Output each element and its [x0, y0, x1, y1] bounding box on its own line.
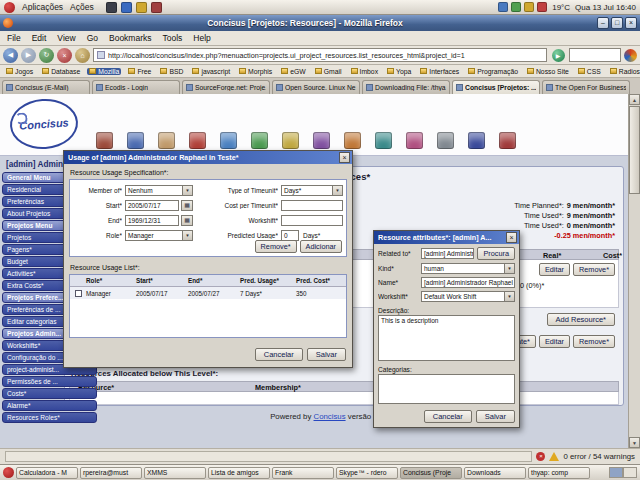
clock-applet[interactable]: Qua 13 Jul 16:40	[575, 3, 636, 12]
browser-tab[interactable]: Open Source. Linux Ne...	[272, 80, 360, 94]
taskbar-item[interactable]: Downloads	[464, 467, 526, 479]
admin-icon[interactable]	[468, 132, 485, 149]
url-bar[interactable]: http://localhost/concisus/index.php?menu…	[93, 48, 547, 62]
polls-icon[interactable]	[437, 132, 454, 149]
logout-icon[interactable]	[499, 132, 516, 149]
search-button[interactable]: Procura	[477, 247, 515, 260]
taskbar-item[interactable]: XMMS	[144, 467, 206, 479]
taskbar-item[interactable]: Lista de amigos	[208, 467, 270, 479]
temperature-applet[interactable]: 19°C	[552, 3, 570, 12]
bookmark-item[interactable]: Mozilla	[87, 68, 121, 75]
files-icon[interactable]	[282, 132, 299, 149]
calendar-icon[interactable]	[158, 132, 175, 149]
taskbar-item[interactable]: Frank	[272, 467, 334, 479]
bookmark-item[interactable]: Yopa	[385, 68, 413, 75]
save-button[interactable]: Salvar	[476, 410, 515, 423]
cancel-button[interactable]: Cancelar	[424, 410, 472, 423]
kind-select[interactable]: human	[421, 263, 515, 274]
minimize-icon[interactable]: –	[597, 17, 609, 29]
news-icon[interactable]	[375, 132, 392, 149]
infolog-icon[interactable]	[220, 132, 237, 149]
column-header[interactable]: Role*	[86, 277, 136, 284]
taskbar-item[interactable]: rpereira@must	[80, 467, 142, 479]
workshift-select[interactable]: Default Work Shift	[421, 291, 515, 302]
bookmark-item[interactable]: Imbox	[349, 68, 381, 75]
brand-icon[interactable]	[624, 49, 637, 62]
menu-item[interactable]: Tools	[163, 33, 183, 43]
concisus-link[interactable]: Concisus	[314, 412, 346, 421]
bookmark-item[interactable]: Interfaces	[418, 68, 461, 75]
taskbar-menu-icon[interactable]	[3, 467, 14, 478]
applications-menu[interactable]: Aplicações	[22, 2, 63, 12]
scrollbar-thumb[interactable]	[629, 106, 640, 194]
bookmark-item[interactable]: Nosso Site	[525, 68, 571, 75]
end-date-input[interactable]: 1969/12/31	[125, 215, 179, 226]
timeunit-select[interactable]: Days*	[281, 185, 343, 196]
sidebar-item[interactable]: Costs*	[2, 388, 97, 399]
browser-tab[interactable]: Downloading File: /thya...	[362, 80, 450, 94]
bookmarks-icon[interactable]	[344, 132, 361, 149]
bookmark-item[interactable]: Database	[40, 68, 82, 75]
edit-button[interactable]: Editar	[539, 335, 570, 348]
warning-icon[interactable]	[549, 452, 559, 461]
column-header[interactable]: Pred. Usage*	[240, 277, 296, 284]
home-icon[interactable]	[96, 132, 113, 149]
column-header[interactable]: End*	[188, 277, 240, 284]
scroll-down-icon[interactable]: ▼	[629, 437, 640, 448]
related-to-input[interactable]: [admin] Administrador	[421, 248, 474, 259]
menu-item[interactable]: Edit	[32, 33, 47, 43]
end-calendar-icon[interactable]: ▦	[181, 215, 193, 226]
name-input[interactable]: [admin] Administrador Raphael	[421, 277, 515, 288]
home-icon[interactable]: ⌂	[75, 48, 90, 63]
taskbar-item[interactable]: thyap: comp	[528, 467, 590, 479]
bookmark-item[interactable]: Free	[126, 68, 153, 75]
bookmark-item[interactable]: eGW	[279, 68, 307, 75]
browser-tab[interactable]: SourceForge.net: Proje...	[182, 80, 270, 94]
taskbar-item[interactable]: Concisus (Proje	[400, 467, 462, 479]
cost-per-timeunit-input[interactable]	[281, 200, 343, 211]
menu-item[interactable]: Bookmarks	[109, 33, 152, 43]
close-icon[interactable]: ×	[625, 17, 637, 29]
bookmark-item[interactable]: Morphis	[237, 68, 274, 75]
workshift-input[interactable]	[281, 215, 343, 226]
bookmark-item[interactable]: Jogos	[4, 68, 35, 75]
edit-button[interactable]: Editar	[539, 263, 570, 276]
attributes-dialog-titlebar[interactable]: Resource attributes*: [admin] A... ×	[374, 231, 519, 244]
add-resource-button[interactable]: Add Resource*	[547, 313, 615, 326]
column-real[interactable]: Real*	[543, 251, 561, 260]
close-icon[interactable]: ×	[339, 152, 350, 163]
column-header[interactable]: Start*	[136, 277, 188, 284]
cancel-button[interactable]: Cancelar	[255, 348, 303, 361]
bookmark-item[interactable]: CSS	[576, 68, 603, 75]
row-checkbox[interactable]	[75, 290, 82, 297]
sidebar-item[interactable]: Permissões de ...	[2, 376, 97, 387]
close-icon[interactable]: ×	[506, 232, 517, 243]
tray-update-icon[interactable]	[511, 2, 521, 12]
usage-dialog-titlebar[interactable]: Usage of [admin] Administrador Raphael i…	[64, 151, 352, 164]
role-select[interactable]: Manager	[125, 230, 193, 241]
column-membership[interactable]: Membership*	[255, 383, 301, 392]
addressbook-icon[interactable]	[127, 132, 144, 149]
scrollbar-track[interactable]	[629, 195, 640, 437]
terminal-icon[interactable]	[106, 2, 117, 13]
save-button[interactable]: Salvar	[307, 348, 346, 361]
projects-icon[interactable]	[251, 132, 268, 149]
start-date-input[interactable]: 2005/07/17	[125, 200, 179, 211]
console-status-text[interactable]: 0 error / 54 warnings	[563, 452, 635, 461]
email-icon[interactable]	[189, 132, 206, 149]
window-titlebar[interactable]: Concisus [Projetos: Resources] - Mozilla…	[0, 15, 640, 31]
workspace-pager[interactable]	[609, 467, 637, 478]
sidebar-item[interactable]: Alarme*	[2, 400, 97, 411]
description-textarea[interactable]: This is a description	[378, 315, 515, 361]
menu-item[interactable]: Go	[87, 33, 98, 43]
tray-network-icon[interactable]	[498, 2, 508, 12]
vertical-scrollbar[interactable]: ▲ ▼	[628, 94, 640, 448]
bookmark-item[interactable]: BSD	[158, 68, 185, 75]
go-button[interactable]: ▶	[550, 47, 566, 63]
categories-listbox[interactable]	[378, 374, 515, 404]
tray-alert-icon[interactable]	[537, 2, 547, 12]
menu-item[interactable]: View	[57, 33, 75, 43]
column-cost[interactable]: Cost*	[603, 251, 622, 260]
menu-item[interactable]: Help	[193, 33, 210, 43]
browser-tab[interactable]: The Open For Business...	[542, 80, 630, 94]
